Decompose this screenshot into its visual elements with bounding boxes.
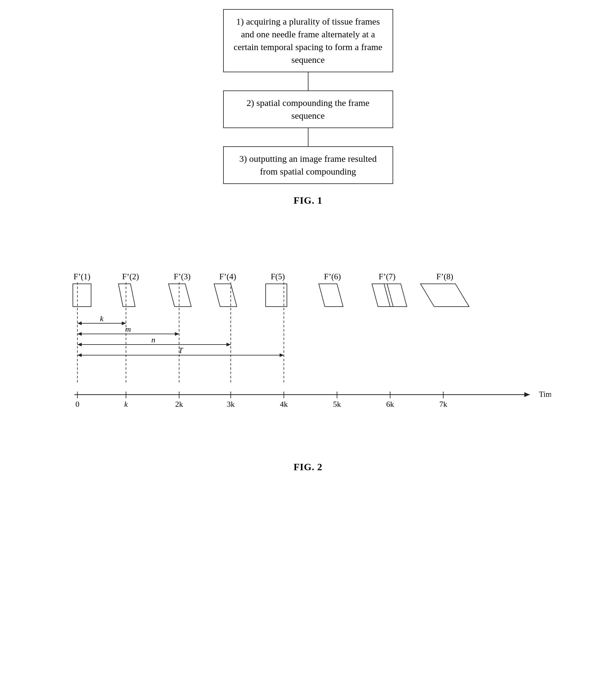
tick-label-3k: 3k xyxy=(227,400,235,409)
frame-shape-7b xyxy=(384,284,407,306)
fig2-svg: F’(1) F’(2) F’(3) F’(4) F(5) F’(6) F’(7)… xyxy=(65,264,551,452)
bracket-n-arrowleft xyxy=(77,343,82,347)
tick-label-4k: 4k xyxy=(280,400,288,409)
fig1-section: 1) acquiring a plurality of tissue frame… xyxy=(0,9,616,206)
bracket-m-label: m xyxy=(125,325,131,333)
frame-label-6: F’(6) xyxy=(324,272,341,281)
tick-label-6k: 6k xyxy=(386,400,394,409)
bracket-n-arrowright xyxy=(226,343,231,347)
frame-shape-1 xyxy=(73,284,91,306)
frame-shape-4 xyxy=(214,284,237,306)
bracket-T-arrowleft xyxy=(77,353,82,357)
frame-shape-3 xyxy=(169,284,191,306)
bracket-k-label: k xyxy=(100,314,104,323)
fig1-label: FIG. 1 xyxy=(293,195,323,206)
tick-label-0: 0 xyxy=(75,400,79,409)
bracket-m-arrowleft xyxy=(77,332,82,336)
step2-text: 2) spatial compounding the frame sequenc… xyxy=(246,98,370,121)
fig2-canvas: F’(1) F’(2) F’(3) F’(4) F(5) F’(6) F’(7)… xyxy=(65,264,551,452)
bracket-T-label: T xyxy=(178,346,183,355)
frame-label-1: F’(1) xyxy=(73,272,90,281)
frame-shape-6 xyxy=(319,284,343,306)
flowchart: 1) acquiring a plurality of tissue frame… xyxy=(223,9,393,184)
step3-box: 3) outputting an image frame resulted fr… xyxy=(223,146,393,184)
step1-text: 1) acquiring a plurality of tissue frame… xyxy=(234,16,383,65)
step2-box: 2) spatial compounding the frame sequenc… xyxy=(223,90,393,128)
fig2-section: F’(1) F’(2) F’(3) F’(4) F(5) F’(6) F’(7)… xyxy=(0,264,616,473)
frame-label-5: F(5) xyxy=(270,272,285,281)
bracket-k-arrowleft xyxy=(77,321,82,325)
tick-label-2k: 2k xyxy=(175,400,183,409)
bracket-T-arrowright xyxy=(279,353,284,357)
frame-shape-2 xyxy=(119,284,135,306)
step3-text: 3) outputting an image frame resulted fr… xyxy=(239,154,377,176)
tick-label-5k: 5k xyxy=(333,400,341,409)
connector-1 xyxy=(308,72,309,90)
fig2-label: FIG. 2 xyxy=(293,461,323,473)
bracket-m-arrowright xyxy=(175,332,179,336)
time-axis-arrow xyxy=(524,392,530,397)
frame-label-3: F’(3) xyxy=(174,272,191,281)
bracket-n-label: n xyxy=(151,335,155,344)
step1-box: 1) acquiring a plurality of tissue frame… xyxy=(223,9,393,72)
frame-label-8: F’(8) xyxy=(436,272,453,281)
frame-shape-8 xyxy=(420,284,469,306)
connector-2 xyxy=(308,128,309,146)
frame-shape-7a xyxy=(372,284,393,306)
tick-label-7k: 7k xyxy=(439,400,447,409)
tick-label-k: k xyxy=(124,400,128,409)
frame-label-7: F’(7) xyxy=(379,272,396,281)
time-axis-label: Time (t) xyxy=(539,390,551,399)
frame-label-2: F’(2) xyxy=(122,272,139,281)
frame-label-4: F’(4) xyxy=(219,272,236,281)
